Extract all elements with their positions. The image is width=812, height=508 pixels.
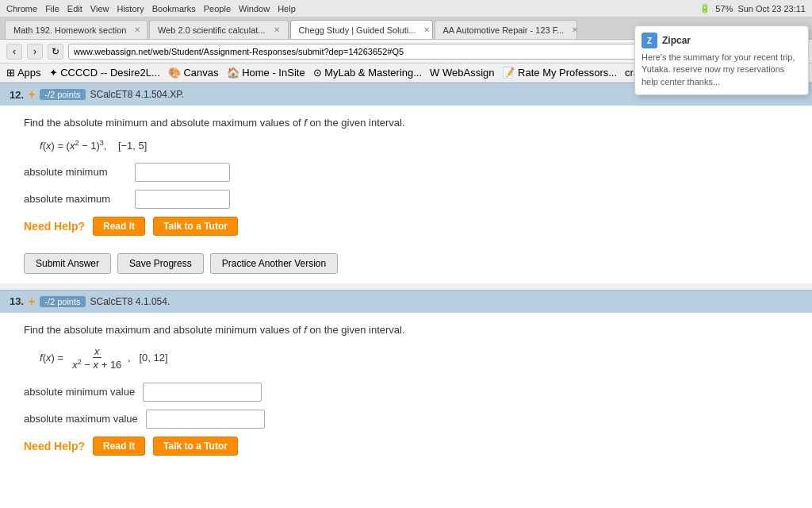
question-13-max-input[interactable]: [146, 410, 265, 429]
question-13-max-row: absolute maximum value: [24, 410, 796, 429]
question-12-help: Need Help? Read It Talk to a Tutor: [24, 217, 796, 236]
question-13-max-label: absolute maximum value: [24, 413, 138, 425]
question-12-body: Find the absolute minimum and absolute m…: [0, 106, 812, 248]
tab-calculator[interactable]: Web 2.0 scientific calculat... ✕: [149, 20, 289, 39]
menu-bar: Chrome File Edit View History Bookmarks …: [0, 0, 812, 17]
question-13-body: Find the absolute maximum and absolute m…: [0, 313, 812, 468]
fraction-denominator: x2 − x + 16: [71, 358, 123, 371]
menu-items: Chrome File Edit View History Bookmarks …: [6, 4, 296, 13]
menu-window[interactable]: Window: [239, 4, 270, 13]
bookmark-ratemyprof[interactable]: 📝 Rate My Professors...: [502, 67, 617, 79]
tab-chegg-label: Chegg Study | Guided Soluti...: [299, 25, 416, 35]
question-12-text: Find the absolute minimum and absolute m…: [24, 115, 796, 131]
tab-math[interactable]: Math 192. Homework section ✕: [5, 20, 147, 39]
zipcar-icon: Z: [642, 33, 657, 48]
question-13-need-help-label: Need Help?: [24, 440, 85, 452]
bookmark-apps[interactable]: ⊞ Apps: [6, 67, 41, 79]
question-13-min-row: absolute minimum value: [24, 383, 796, 402]
question-13-text: Find the absolute maximum and absolute m…: [24, 322, 796, 338]
question-12-id: SCalcET8 4.1.504.XP.: [90, 89, 185, 100]
tab-automotive[interactable]: AA Automotive Repair - 123 F... ✕: [435, 20, 577, 39]
question-13-min-input[interactable]: [143, 383, 262, 402]
question-12-block: 12. + -/2 points SCalcET8 4.1.504.XP. Fi…: [0, 83, 812, 283]
question-13-help: Need Help? Read It Talk to a Tutor: [24, 437, 796, 456]
menu-edit[interactable]: Edit: [67, 4, 82, 13]
question-13-points: -/2 points: [40, 296, 85, 307]
bookmark-webassign[interactable]: W WebAssign: [430, 67, 494, 79]
back-button[interactable]: ‹: [6, 44, 22, 60]
question-13-block: 13. + -/2 points SCalcET8 4.1.054. Find …: [0, 290, 812, 468]
menu-help[interactable]: Help: [278, 4, 296, 13]
question-12-practice-button[interactable]: Practice Another Version: [210, 253, 338, 274]
notification-body: Here's the summary for your recent trip,…: [642, 52, 802, 88]
battery-level: 57%: [715, 4, 733, 13]
question-12-talk-button[interactable]: Talk to a Tutor: [153, 217, 238, 236]
tab-calculator-close[interactable]: ✕: [274, 25, 280, 34]
menu-people[interactable]: People: [204, 4, 231, 13]
forward-button[interactable]: ›: [27, 44, 43, 60]
question-13-header: 13. + -/2 points SCalcET8 4.1.054.: [0, 290, 812, 313]
menu-file[interactable]: File: [45, 4, 59, 13]
fraction-display: x x2 − x + 16: [71, 345, 123, 371]
main-content: 12. + -/2 points SCalcET8 4.1.504.XP. Fi…: [0, 83, 812, 508]
refresh-button[interactable]: ↻: [48, 44, 63, 60]
system-status: 🔋 57% Sun Oct 23 23:11: [699, 3, 806, 13]
menu-chrome[interactable]: Chrome: [6, 4, 37, 13]
tab-calculator-label: Web 2.0 scientific calculat...: [158, 25, 266, 35]
question-13-number: 13.: [10, 295, 24, 307]
question-12-points: -/2 points: [40, 89, 85, 100]
tab-automotive-label: AA Automotive Repair - 123 F...: [443, 25, 565, 35]
bookmark-home[interactable]: 🏠 Home - InSite: [227, 67, 305, 79]
question-12-max-label: absolute maximum: [24, 193, 127, 205]
question-13-min-label: absolute minimum value: [24, 386, 135, 398]
question-12-formula: f(x) = (x2 − 1)3, [−1, 5]: [40, 139, 796, 152]
question-13-id: SCalcET8 4.1.054.: [90, 296, 170, 307]
notification-title: Zipcar: [662, 35, 691, 46]
bookmark-ccccd[interactable]: ✦ CCCCD -- Desire2L...: [49, 67, 160, 79]
question-12-submit-button[interactable]: Submit Answer: [24, 253, 111, 274]
question-13-plus[interactable]: +: [29, 295, 35, 308]
question-12-min-row: absolute minimum: [24, 163, 796, 182]
question-12-number: 12.: [10, 89, 24, 101]
bookmark-mylab[interactable]: ⊙ MyLab & Mastering...: [313, 67, 422, 79]
question-12-actions: Submit Answer Save Progress Practice Ano…: [0, 248, 812, 283]
question-13-formula: f(x) = x x2 − x + 16 , [0, 12]: [40, 345, 796, 371]
notification-header: Z Zipcar: [642, 33, 802, 48]
tab-math-label: Math 192. Homework section: [13, 25, 126, 35]
tab-math-close[interactable]: ✕: [134, 25, 140, 34]
question-12-plus[interactable]: +: [29, 88, 35, 101]
tab-chegg-close[interactable]: ✕: [423, 25, 430, 34]
menu-view[interactable]: View: [90, 4, 109, 13]
tab-automotive-close[interactable]: ✕: [572, 25, 576, 34]
question-12-max-row: absolute maximum: [24, 190, 796, 209]
bookmark-canvas[interactable]: 🎨 Canvas: [168, 67, 219, 79]
question-12-read-it-button[interactable]: Read It: [93, 217, 145, 236]
question-12-min-label: absolute minimum: [24, 166, 127, 178]
question-13-talk-button[interactable]: Talk to a Tutor: [153, 437, 238, 456]
fraction-numerator: x: [93, 345, 102, 358]
tab-chegg[interactable]: Chegg Study | Guided Soluti... ✕: [290, 20, 433, 39]
menu-history[interactable]: History: [117, 4, 144, 13]
question-12-min-input[interactable]: [135, 163, 230, 182]
question-13-read-it-button[interactable]: Read It: [93, 437, 145, 456]
question-12-need-help-label: Need Help?: [24, 220, 85, 233]
question-12-max-input[interactable]: [135, 190, 230, 209]
question-12-save-button[interactable]: Save Progress: [117, 253, 204, 274]
clock: Sun Oct 23 23:11: [737, 4, 806, 13]
menu-bookmarks[interactable]: Bookmarks: [152, 4, 196, 13]
battery-icon: 🔋: [699, 3, 710, 13]
notification-popup: Z Zipcar Here's the summary for your rec…: [634, 25, 809, 95]
separator: [0, 283, 812, 290]
